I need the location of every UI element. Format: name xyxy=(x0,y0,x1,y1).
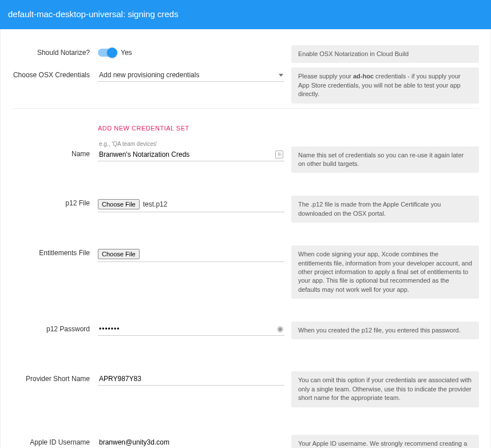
name-label: Name xyxy=(12,140,98,159)
p12pass-input[interactable] xyxy=(98,323,284,336)
clipboard-icon[interactable]: ⎘ xyxy=(275,150,283,158)
apple-user-help: Your Apple ID username. We strongly reco… xyxy=(291,435,479,448)
provider-help: You can omit this option if your credent… xyxy=(291,371,479,407)
provider-label: Provider Short Name xyxy=(12,371,98,384)
apple-user-input[interactable] xyxy=(98,436,284,448)
osx-creds-help: Please supply your ad-hoc credentials - … xyxy=(291,68,479,103)
osx-creds-label: Choose OSX Credentials xyxy=(12,68,98,80)
osx-creds-select[interactable]: Add new provisioning credentials xyxy=(98,69,284,82)
eye-icon[interactable]: ◉ xyxy=(277,324,283,333)
notarize-toggle-text: Yes xyxy=(121,49,132,57)
p12file-help: The .p12 file is made from the Apple Cer… xyxy=(291,196,479,223)
provider-input[interactable] xyxy=(98,372,284,386)
chevron-down-icon xyxy=(279,74,283,77)
apple-user-label: Apple ID Username xyxy=(12,435,98,447)
p12pass-label: p12 Password xyxy=(12,322,98,334)
p12file-filename: test.p12 xyxy=(143,200,168,208)
p12file-choose-button[interactable]: Choose File xyxy=(98,199,140,209)
p12pass-help: When you created the p12 file, you enter… xyxy=(291,322,479,339)
entitlements-choose-button[interactable]: Choose File xyxy=(98,249,140,259)
form-content: Should Notarize? Yes Enable OSX Notariza… xyxy=(0,29,491,448)
entitlements-label: Entitlements File xyxy=(12,245,98,258)
notarize-toggle[interactable] xyxy=(98,49,116,57)
name-help: Name this set of credentials so you can … xyxy=(291,146,479,173)
osx-creds-selected: Add new provisioning credentials xyxy=(99,71,199,79)
notarize-label: Should Notarize? xyxy=(12,45,98,58)
page-header: default-mac-desktop-universal: signing c… xyxy=(0,0,491,29)
entitlements-help: When code signing your app, Xcode combin… xyxy=(291,245,479,299)
name-hint: e.g., 'QA team devices' xyxy=(98,141,284,147)
page-title: default-mac-desktop-universal: signing c… xyxy=(8,9,179,19)
section-title: ADD NEW CREDENTIAL SET xyxy=(98,118,284,135)
name-input[interactable] xyxy=(98,148,284,161)
p12file-label: p12 File xyxy=(12,196,98,208)
divider xyxy=(12,108,479,109)
notarize-help: Enable OSX Notarization in Cloud Build xyxy=(291,45,479,63)
